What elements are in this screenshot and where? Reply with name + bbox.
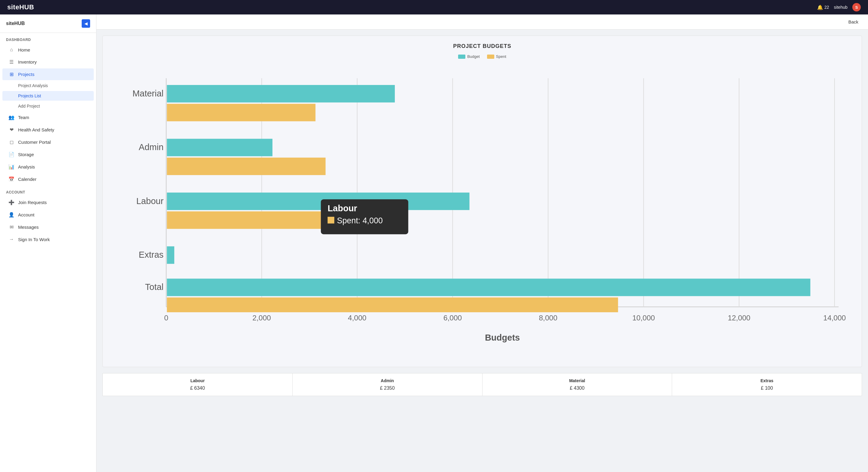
join-icon: ➕ [8, 199, 14, 205]
sidebar-item-messages[interactable]: ✉ Messages [2, 221, 94, 233]
budget-labour-label: Labour [109, 378, 286, 383]
sidebar-item-inventory-label: Inventory [18, 59, 37, 64]
bar-admin-spent [167, 158, 326, 175]
x-tick-8000: 8,000 [539, 314, 557, 322]
storage-icon: 📄 [8, 152, 14, 157]
budget-extras-label: Extras [678, 378, 856, 383]
chart-svg-wrapper: Labour Spent: 4,000 Material [113, 65, 852, 362]
legend-budget-label: Budget [467, 54, 479, 59]
bell-icon: 🔔 [817, 4, 823, 10]
bar-material-budget [167, 85, 395, 102]
sidebar-item-health-safety[interactable]: ❤ Health And Safety [2, 124, 94, 136]
section-account: ACCOUNT [0, 185, 96, 196]
sidebar-subitem-add-project-label: Add Project [18, 104, 40, 108]
sidebar-item-storage[interactable]: 📄 Storage [2, 149, 94, 160]
sidebar-item-health-safety-label: Health And Safety [18, 127, 54, 132]
budget-cell-labour: Labour £ 6340 [103, 373, 292, 396]
sidebar-item-calender-label: Calender [18, 177, 36, 182]
sidebar-item-join-requests[interactable]: ➕ Join Requests [2, 196, 94, 208]
main-content: Back PROJECT BUDGETS Budget Spent [96, 14, 868, 472]
sidebar-item-storage-label: Storage [18, 152, 34, 157]
x-tick-12000: 12,000 [728, 314, 750, 322]
calender-icon: 📅 [8, 176, 14, 182]
budget-cell-admin: Admin £ 2350 [293, 373, 482, 396]
back-button[interactable]: Back [846, 18, 861, 26]
team-icon: 👥 [8, 115, 14, 120]
sidebar-item-home-label: Home [18, 47, 30, 53]
sidebar-item-sign-in-label: Sign In To Work [18, 237, 50, 242]
legend-budget-color [458, 55, 465, 59]
sidebar-subitem-projects-list[interactable]: Projects List [2, 91, 94, 101]
avatar[interactable]: S [852, 3, 861, 11]
x-tick-14000: 14,000 [823, 314, 846, 322]
sidebar-item-team-label: Team [18, 115, 29, 120]
sidebar-item-account-label: Account [18, 212, 34, 217]
bar-admin-budget [167, 139, 273, 156]
sidebar-subitem-add-project[interactable]: Add Project [2, 101, 94, 111]
notification-count: 22 [824, 5, 829, 10]
sidebar-item-sign-in[interactable]: → Sign In To Work [2, 233, 94, 245]
signin-icon: → [8, 237, 14, 242]
content-area: PROJECT BUDGETS Budget Spent [96, 36, 868, 472]
label-labour: Labour [136, 196, 164, 206]
sidebar-item-team[interactable]: 👥 Team [2, 112, 94, 123]
sidebar-subitem-projects-list-label: Projects List [18, 93, 41, 98]
top-bar: Back [96, 14, 868, 30]
chart-container: PROJECT BUDGETS Budget Spent [102, 36, 862, 367]
budget-cell-extras: Extras £ 100 [672, 373, 862, 396]
x-tick-0: 0 [164, 314, 168, 322]
sidebar-item-calender[interactable]: 📅 Calender [2, 173, 94, 185]
budget-material-value: £ 4300 [489, 385, 666, 391]
bar-labour-budget [167, 193, 470, 210]
notification-badge[interactable]: 🔔 22 [817, 4, 829, 10]
sidebar-item-join-requests-label: Join Requests [18, 200, 47, 205]
sidebar-item-projects[interactable]: ⊞ Projects [2, 68, 94, 80]
tooltip-color-dot [328, 217, 334, 223]
label-material: Material [132, 89, 163, 98]
sidebar-subitem-project-analysis-label: Project Analysis [18, 83, 48, 88]
bar-chart: Labour Spent: 4,000 Material [113, 65, 852, 361]
navbar-right: 🔔 22 sitehub S [817, 3, 861, 11]
sidebar-subitem-project-analysis[interactable]: Project Analysis [2, 81, 94, 90]
x-tick-4000: 4,000 [348, 314, 366, 322]
bar-total-budget [167, 279, 810, 296]
section-dashboard: DASHBOARD [0, 33, 96, 44]
tooltip-title: Labour [328, 203, 357, 213]
label-extras: Extras [138, 250, 163, 259]
sidebar-item-customer-portal[interactable]: ◻ Customer Portal [2, 136, 94, 148]
bar-material-spent [167, 104, 315, 121]
budget-material-label: Material [489, 378, 666, 383]
home-icon: ⌂ [8, 47, 14, 53]
legend-spent-label: Spent [496, 54, 506, 59]
budget-extras-value: £ 100 [678, 385, 856, 391]
chart-title: PROJECT BUDGETS [113, 43, 852, 50]
health-icon: ❤ [8, 127, 14, 133]
collapse-button[interactable]: ◀ [82, 19, 90, 28]
username: sitehub [834, 5, 847, 10]
x-tick-2000: 2,000 [253, 314, 271, 322]
sidebar-item-messages-label: Messages [18, 225, 38, 230]
account-icon: 👤 [8, 212, 14, 218]
x-axis-label: Budgets [485, 333, 520, 342]
app-body: siteHUB ◀ DASHBOARD ⌂ Home ☰ Inventory ⊞… [0, 14, 868, 472]
budget-cell-material: Material £ 4300 [483, 373, 672, 396]
sidebar-item-customer-portal-label: Customer Portal [18, 139, 51, 145]
projects-icon: ⊞ [8, 71, 14, 77]
analysis-icon: 📊 [8, 164, 14, 170]
legend-spent-color [487, 55, 494, 59]
budget-admin-label: Admin [299, 378, 476, 383]
sidebar-item-home[interactable]: ⌂ Home [2, 44, 94, 56]
chart-legend: Budget Spent [113, 54, 852, 59]
sidebar-item-account[interactable]: 👤 Account [2, 209, 94, 221]
sidebar-item-inventory[interactable]: ☰ Inventory [2, 56, 94, 68]
budget-labour-value: £ 6340 [109, 385, 286, 391]
legend-spent: Spent [487, 54, 506, 59]
customer-icon: ◻ [8, 139, 14, 145]
messages-icon: ✉ [8, 224, 14, 230]
budget-admin-value: £ 2350 [299, 385, 476, 391]
budget-summary: Labour £ 6340 Admin £ 2350 Material £ 43… [102, 373, 862, 396]
x-tick-10000: 10,000 [632, 314, 655, 322]
sidebar-item-analysis[interactable]: 📊 Analysis [2, 161, 94, 173]
legend-budget: Budget [458, 54, 479, 59]
inventory-icon: ☰ [8, 59, 14, 65]
